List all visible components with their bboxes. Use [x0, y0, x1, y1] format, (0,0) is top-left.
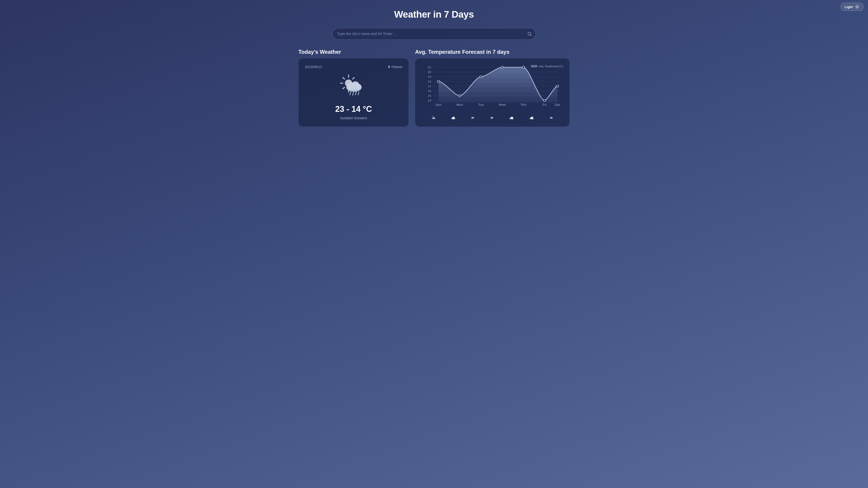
theme-icon — [855, 4, 860, 9]
forecast-section: Avg. Temperature Forecast in 7 days Avg.… — [415, 49, 569, 127]
temperature-display: 23 - 14 °C — [305, 104, 402, 114]
wed-weather-icon: 🌧 — [490, 116, 494, 120]
chart-legend: Avg. Temperature(°C) — [531, 65, 563, 68]
svg-text:Thu: Thu — [521, 103, 526, 106]
svg-text:Fri: Fri — [543, 103, 547, 106]
svg-point-47 — [501, 66, 503, 68]
svg-text:19: 19 — [428, 75, 431, 78]
day-icon-fri: ☁️ — [529, 116, 534, 120]
chart-area: Avg. Temperature(°C) — [422, 65, 563, 115]
theme-label: Light — [844, 5, 853, 9]
day-icons-row: 🌥 ☁️ 🌧 🌧 ☁️ ☁️ 🌧 — [422, 116, 563, 120]
thu-weather-icon: ☁️ — [509, 116, 514, 120]
top-bar: Light — [841, 3, 864, 11]
svg-line-15 — [343, 77, 344, 79]
city-search-input[interactable] — [332, 28, 536, 40]
svg-point-44 — [437, 80, 440, 83]
day-icon-sat: 🌧 — [550, 116, 553, 120]
fri-weather-icon: ☁️ — [529, 116, 534, 120]
today-section: Today's Weather 2023/08/13 Ottawa — [298, 49, 409, 127]
svg-text:Tue: Tue — [478, 103, 484, 106]
svg-text:16: 16 — [428, 90, 431, 93]
today-section-title: Today's Weather — [298, 49, 409, 55]
svg-line-10 — [530, 35, 532, 36]
day-icon-mon: ☁️ — [451, 116, 456, 120]
svg-line-3 — [856, 5, 856, 5]
svg-point-46 — [480, 76, 482, 78]
day-icon-sun: 🌥 — [432, 116, 435, 120]
svg-text:14: 14 — [428, 99, 431, 102]
sat-weather-icon: 🌧 — [550, 116, 553, 120]
day-icon-wed: 🌧 — [490, 116, 494, 120]
svg-line-16 — [352, 77, 354, 79]
svg-text:20: 20 — [428, 71, 431, 74]
forecast-section-title: Avg. Temperature Forecast in 7 days — [415, 49, 569, 55]
weather-description: Isolated showers — [305, 116, 402, 120]
svg-text:Mon: Mon — [457, 103, 463, 106]
svg-line-24 — [350, 92, 351, 95]
search-bar-wrapper — [332, 28, 536, 40]
theme-toggle-button[interactable]: Light — [841, 3, 864, 11]
day-icon-tue: 🌧 — [471, 116, 474, 120]
svg-line-7 — [856, 8, 856, 8]
card-top-row: 2023/08/13 Ottawa — [305, 65, 402, 69]
sun-weather-icon: 🌥 — [432, 116, 435, 120]
svg-point-49 — [544, 99, 546, 101]
location-icon — [388, 65, 391, 68]
svg-text:18: 18 — [428, 80, 431, 83]
svg-point-48 — [522, 66, 525, 68]
svg-text:21: 21 — [428, 66, 431, 69]
weather-illustration — [338, 73, 369, 100]
svg-point-50 — [556, 85, 559, 87]
day-icon-thu: ☁️ — [509, 116, 514, 120]
svg-point-23 — [356, 84, 361, 90]
svg-line-26 — [355, 92, 356, 95]
search-button[interactable] — [527, 31, 532, 36]
legend-label: Avg. Temperature(°C) — [539, 65, 563, 68]
svg-text:15: 15 — [428, 94, 431, 97]
svg-point-45 — [459, 95, 461, 97]
forecast-card: Avg. Temperature(°C) — [415, 58, 569, 127]
weather-icon-area — [305, 73, 402, 100]
svg-text:Sat: Sat — [555, 103, 560, 106]
svg-line-27 — [358, 92, 359, 95]
location-label: Ottawa — [388, 65, 402, 69]
legend-color-box — [531, 65, 537, 67]
svg-point-0 — [856, 6, 858, 8]
svg-line-25 — [352, 92, 353, 95]
today-card: 2023/08/13 Ottawa — [298, 58, 409, 127]
svg-text:17: 17 — [428, 85, 431, 88]
search-icon — [527, 31, 532, 36]
svg-text:Wed: Wed — [499, 103, 506, 106]
svg-text:Sun: Sun — [436, 103, 442, 106]
tue-weather-icon: 🌧 — [471, 116, 474, 120]
today-date: 2023/08/13 — [305, 65, 322, 69]
svg-line-17 — [343, 87, 344, 89]
mon-weather-icon: ☁️ — [451, 116, 456, 120]
main-content: Today's Weather 2023/08/13 Ottawa — [298, 49, 569, 127]
temperature-chart: 21 20 19 18 17 16 15 14 — [422, 65, 563, 112]
page-title: Weather in 7 Days — [4, 9, 864, 20]
